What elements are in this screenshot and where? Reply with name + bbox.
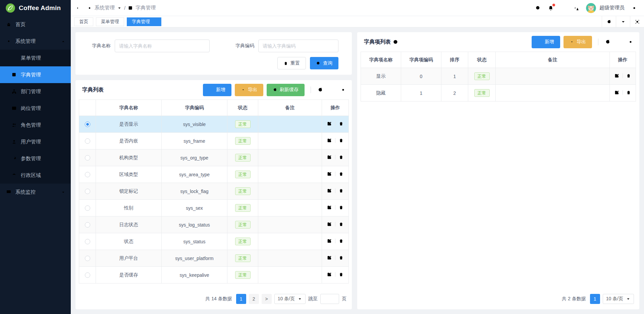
- refresh-cache-button[interactable]: 刷新缓存: [267, 84, 305, 96]
- row-select-radio[interactable]: [85, 272, 90, 278]
- dict-export-button[interactable]: 导出: [235, 84, 263, 96]
- username[interactable]: 超级管理员: [599, 5, 625, 11]
- refresh-tab-button[interactable]: [602, 16, 616, 27]
- edit-icon[interactable]: [614, 90, 620, 95]
- tab-home[interactable]: 首页: [74, 17, 93, 26]
- dict-table-row[interactable]: 日志状态 sys_log_status 正常: [79, 216, 349, 233]
- sidebar-item-param-mgmt[interactable]: 参数管理: [0, 150, 71, 167]
- delete-icon[interactable]: [338, 205, 344, 210]
- reset-button[interactable]: 重置: [277, 57, 306, 69]
- table-refresh-button[interactable]: [316, 87, 324, 93]
- dict-table-row[interactable]: 是否显示 sys_visible 正常: [79, 116, 349, 133]
- chevron-down-icon: [61, 190, 65, 194]
- jump-page-input[interactable]: [320, 294, 339, 304]
- dict-table-row[interactable]: 锁定标记 sys_lock_flag 正常: [79, 183, 349, 200]
- page-button-2[interactable]: 2: [249, 294, 259, 304]
- row-select-radio[interactable]: [85, 122, 90, 127]
- language-button[interactable]: [573, 5, 579, 11]
- sidebar-item-system-monitor[interactable]: 系统监控: [0, 184, 71, 200]
- sidebar-item-role-mgmt[interactable]: 角色管理: [0, 117, 71, 133]
- sidebar-item-user-mgmt[interactable]: 用户管理: [0, 133, 71, 150]
- table-refresh-button[interactable]: [604, 39, 612, 45]
- row-select-radio[interactable]: [85, 138, 90, 144]
- delete-icon[interactable]: [338, 121, 344, 126]
- page-button-1[interactable]: 1: [236, 294, 246, 304]
- dict-table-row[interactable]: 是否内嵌 sys_frame 正常: [79, 133, 349, 149]
- edit-icon[interactable]: [327, 188, 332, 193]
- leaf-logo-icon: [5, 3, 15, 13]
- info-icon[interactable]: [393, 39, 398, 45]
- dict-name-input[interactable]: [115, 40, 210, 52]
- dict-item-export-button[interactable]: 导出: [564, 36, 592, 48]
- dict-item-add-button[interactable]: 新增: [532, 36, 560, 48]
- row-select-radio[interactable]: [85, 205, 90, 211]
- search-button[interactable]: [535, 5, 541, 11]
- delete-icon[interactable]: [338, 222, 344, 227]
- dict-table-row[interactable]: 是否缓存 sys_keepalive 正常: [79, 267, 349, 284]
- delete-icon[interactable]: [338, 238, 344, 244]
- sidebar-item-system-mgmt[interactable]: 系统管理: [0, 33, 71, 50]
- row-select-radio[interactable]: [85, 189, 90, 194]
- row-select-radio[interactable]: [85, 155, 90, 161]
- dict-table-row[interactable]: 区域类型 sys_area_type 正常: [79, 166, 349, 183]
- delete-icon[interactable]: [338, 171, 344, 177]
- dict-item-row[interactable]: 显示 0 1 正常: [361, 68, 636, 85]
- delete-icon[interactable]: [338, 154, 344, 160]
- sidebar-item-dict-mgmt[interactable]: 字典管理: [0, 66, 71, 83]
- tab-dict-mgmt[interactable]: 字典管理: [127, 17, 161, 26]
- page-size-select[interactable]: 10 条/页: [274, 294, 306, 304]
- close-icon[interactable]: [153, 20, 156, 23]
- page-size-select[interactable]: 10 条/页: [603, 294, 634, 304]
- row-select-radio[interactable]: [85, 239, 90, 244]
- dict-item-row[interactable]: 隐藏 1 2 正常: [361, 85, 636, 102]
- sidebar-collapse-button[interactable]: [76, 5, 82, 11]
- dict-add-button[interactable]: 新增: [203, 84, 231, 96]
- delete-icon[interactable]: [338, 272, 344, 277]
- edit-icon[interactable]: [327, 238, 332, 244]
- sidebar-item-admin-region[interactable]: 行政区域: [0, 167, 71, 184]
- table-settings-button[interactable]: [627, 39, 635, 45]
- chevron-up-icon: [61, 39, 65, 44]
- row-select-radio[interactable]: [85, 172, 90, 177]
- query-button[interactable]: 查询: [310, 57, 338, 69]
- breadcrumb-parent[interactable]: 系统管理: [95, 5, 115, 11]
- fullscreen-button[interactable]: [560, 5, 567, 11]
- table-settings-button[interactable]: [339, 87, 347, 93]
- delete-icon[interactable]: [338, 255, 344, 260]
- edit-icon[interactable]: [327, 121, 332, 126]
- table-font-size-button[interactable]: [615, 39, 623, 45]
- delete-icon[interactable]: [338, 188, 344, 193]
- sidebar-item-dept-mgmt[interactable]: 部门管理: [0, 83, 71, 100]
- edit-icon[interactable]: [327, 255, 332, 260]
- dict-table-row[interactable]: 状态 sys_status 正常: [79, 233, 349, 250]
- row-select-radio[interactable]: [85, 256, 90, 261]
- table-font-size-button[interactable]: [328, 87, 336, 93]
- edit-icon[interactable]: [327, 154, 332, 160]
- avatar[interactable]: [586, 3, 596, 13]
- row-select-radio[interactable]: [85, 222, 90, 228]
- tab-menu-mgmt[interactable]: 菜单管理: [96, 17, 124, 26]
- edit-icon[interactable]: [614, 73, 620, 78]
- maximize-content-button[interactable]: [630, 16, 644, 27]
- delete-icon[interactable]: [626, 90, 631, 95]
- dict-table-row[interactable]: 性别 sys_sex 正常: [79, 200, 349, 216]
- app-logo[interactable]: Coffee Admin: [0, 0, 71, 16]
- notifications-button[interactable]: [548, 5, 554, 11]
- delete-icon[interactable]: [626, 73, 631, 78]
- sidebar-item-post-mgmt[interactable]: 岗位管理: [0, 100, 71, 117]
- page-button-1[interactable]: 1: [590, 294, 600, 304]
- sidebar-item-home[interactable]: 首页: [0, 16, 71, 33]
- delete-icon[interactable]: [338, 138, 344, 143]
- edit-icon[interactable]: [327, 272, 332, 277]
- settings-button[interactable]: [631, 5, 637, 11]
- dict-table-row[interactable]: 机构类型 sys_org_type 正常: [79, 149, 349, 166]
- edit-icon[interactable]: [327, 205, 332, 210]
- dict-table-row[interactable]: 用户平台 sys_user_platform 正常: [79, 250, 349, 267]
- sidebar-item-menu-mgmt[interactable]: 菜单管理: [0, 50, 71, 66]
- next-page-button[interactable]: >: [262, 294, 272, 304]
- edit-icon[interactable]: [327, 171, 332, 177]
- edit-icon[interactable]: [327, 138, 332, 143]
- dict-code-input[interactable]: [258, 40, 338, 52]
- edit-icon[interactable]: [327, 222, 332, 227]
- tab-options-button[interactable]: [616, 16, 630, 27]
